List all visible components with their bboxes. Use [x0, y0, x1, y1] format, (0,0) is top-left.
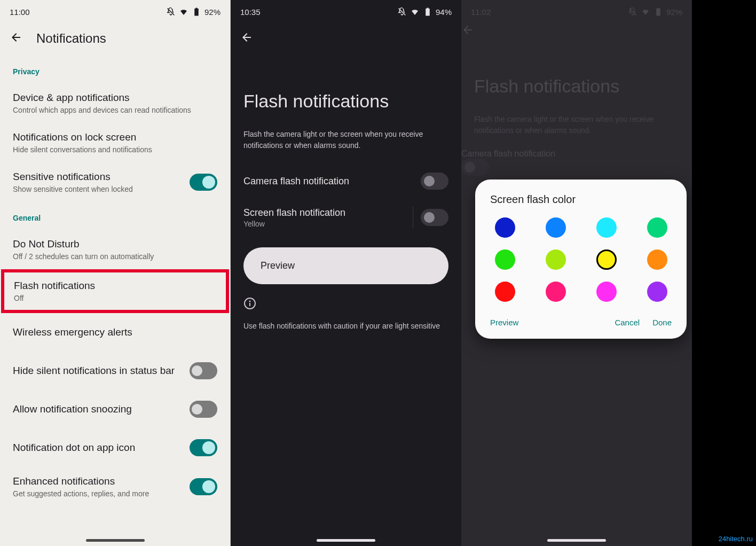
row-enhanced-notifications[interactable]: Enhanced notifications Get suggested act…	[0, 467, 230, 506]
phone-notifications-settings: 11:00 92% Notifications Privacy Device &…	[0, 0, 231, 546]
color-swatch-11[interactable]	[647, 282, 667, 302]
section-privacy: Privacy	[0, 56, 230, 83]
battery-percent: 94%	[436, 7, 452, 17]
row-device-app-notifications[interactable]: Device & app notifications Control which…	[0, 83, 230, 123]
wifi-icon	[179, 7, 188, 17]
page-title: Notifications	[36, 31, 106, 46]
row-title: Notifications on lock screen	[13, 131, 152, 143]
row-lock-screen-notifications[interactable]: Notifications on lock screen Hide silent…	[0, 123, 230, 162]
color-swatch-2[interactable]	[596, 217, 617, 238]
section-general: General	[0, 202, 230, 230]
row-sub: Hide silent conversations and notificati…	[13, 145, 152, 154]
color-swatch-5[interactable]	[546, 249, 566, 270]
dialog-preview-button[interactable]: Preview	[490, 318, 518, 327]
row-title: Allow notification snoozing	[13, 403, 132, 415]
watermark: 24hitech.ru	[719, 535, 753, 543]
row-title: Do Not Disturb	[13, 238, 154, 250]
nav-pill[interactable]	[86, 539, 145, 542]
toggle-enhanced[interactable]	[190, 478, 217, 495]
row-sub: Control which apps and devices can read …	[13, 106, 191, 114]
row-allow-snoozing[interactable]: Allow notification snoozing	[0, 390, 230, 428]
row-hide-silent-statusbar[interactable]: Hide silent notifications in status bar	[0, 352, 230, 390]
phone-flash-color-dialog: 11:02 92% Flash notifications Flash the …	[461, 0, 692, 546]
status-icons: 92%	[166, 7, 220, 17]
phone-flash-notifications: 10:35 94% Flash notifications Flash the …	[231, 0, 461, 546]
color-swatch-7[interactable]	[647, 249, 667, 270]
page-description: Flash the camera light or the screen whe…	[231, 124, 461, 164]
row-sub: Show sensitive content when locked	[13, 185, 133, 193]
color-swatch-8[interactable]	[495, 282, 515, 302]
row-title: Wireless emergency alerts	[13, 326, 132, 338]
settings-list[interactable]: Privacy Device & app notifications Contr…	[0, 53, 230, 506]
status-icons: 94%	[397, 7, 452, 17]
dialog-title: Screen flash color	[490, 193, 672, 206]
row-title: Device & app notifications	[13, 92, 191, 104]
clock: 11:00	[10, 7, 30, 17]
row-sub: Off	[14, 294, 95, 302]
toggle-hide-silent[interactable]	[190, 362, 217, 379]
row-sensitive-notifications[interactable]: Sensitive notifications Show sensitive c…	[0, 162, 230, 202]
screen-flash-color-dialog: Screen flash color Preview Cancel Done	[475, 180, 687, 339]
battery-percent: 92%	[204, 7, 220, 17]
toggle-camera-flash[interactable]	[421, 173, 448, 190]
color-swatch-0[interactable]	[495, 217, 515, 238]
preview-button[interactable]: Preview	[243, 247, 448, 284]
battery-icon	[192, 7, 201, 17]
color-grid	[490, 217, 672, 302]
toggle-snoozing[interactable]	[190, 401, 217, 418]
caution-text: Use flash notifications with caution if …	[231, 316, 461, 336]
row-screen-flash[interactable]: Screen flash notification Yellow	[231, 198, 461, 237]
color-swatch-6[interactable]	[596, 249, 617, 270]
status-bar: 10:35 94%	[231, 0, 461, 24]
dnd-bell-off-icon	[397, 7, 407, 17]
color-swatch-4[interactable]	[495, 249, 515, 270]
color-swatch-3[interactable]	[647, 217, 667, 238]
row-title: Camera flash notification	[243, 176, 349, 187]
toggle-screen-flash[interactable]	[421, 209, 448, 226]
dialog-done-button[interactable]: Done	[652, 318, 672, 327]
row-title: Enhanced notifications	[13, 475, 149, 487]
wifi-icon	[410, 7, 420, 17]
color-swatch-9[interactable]	[546, 282, 566, 302]
row-sub: Yellow	[243, 220, 345, 228]
row-notification-dot[interactable]: Notification dot on app icon	[0, 428, 230, 467]
dialog-cancel-button[interactable]: Cancel	[615, 318, 640, 327]
row-camera-flash[interactable]: Camera flash notification	[231, 164, 461, 198]
back-icon[interactable]	[10, 31, 22, 46]
app-bar: Notifications	[0, 24, 230, 53]
info-icon	[243, 297, 448, 312]
color-swatch-10[interactable]	[596, 282, 617, 302]
color-swatch-1[interactable]	[546, 217, 566, 238]
toggle-notification-dot[interactable]	[190, 439, 217, 456]
nav-pill[interactable]	[317, 539, 375, 542]
row-title: Flash notifications	[14, 280, 95, 292]
row-title: Hide silent notifications in status bar	[13, 365, 175, 377]
clock: 10:35	[240, 7, 261, 17]
battery-icon	[423, 7, 432, 17]
row-title: Screen flash notification	[243, 207, 345, 219]
dnd-bell-off-icon	[166, 7, 176, 17]
row-wireless-emergency-alerts[interactable]: Wireless emergency alerts	[0, 313, 230, 352]
row-sub: Off / 2 schedules can turn on automatica…	[13, 252, 154, 261]
divider	[413, 207, 413, 228]
back-icon[interactable]	[240, 31, 253, 46]
app-bar	[231, 24, 461, 53]
button-label: Preview	[261, 260, 295, 271]
row-sub: Get suggested actions, replies, and more	[13, 489, 149, 498]
toggle-sensitive[interactable]	[190, 174, 217, 191]
row-title: Notification dot on app icon	[13, 442, 135, 454]
nav-pill[interactable]	[547, 539, 606, 542]
row-flash-notifications[interactable]: Flash notifications Off	[1, 269, 229, 313]
row-title: Sensitive notifications	[13, 171, 133, 183]
row-do-not-disturb[interactable]: Do Not Disturb Off / 2 schedules can tur…	[0, 230, 230, 269]
dialog-actions: Preview Cancel Done	[490, 318, 672, 327]
page-title: Flash notifications	[231, 53, 461, 124]
status-bar: 11:00 92%	[0, 0, 230, 24]
